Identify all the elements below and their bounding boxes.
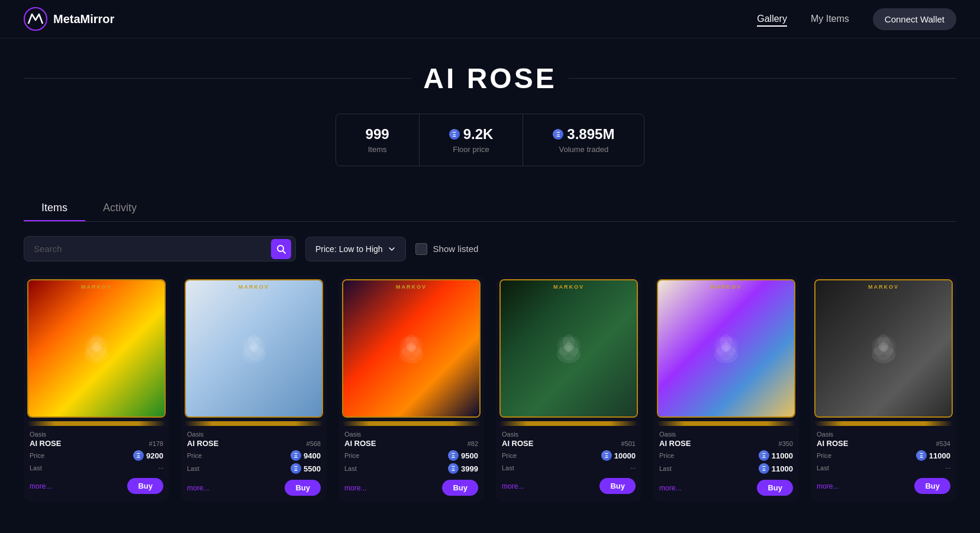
card-info: Oasis AI ROSE #534 Price Ξ11000 Last -- bbox=[811, 426, 956, 474]
nav-gallery[interactable]: Gallery bbox=[757, 14, 787, 24]
stat-floor-price: Ξ 9.2K Floor price bbox=[420, 114, 524, 166]
buy-button[interactable]: Buy bbox=[599, 478, 636, 494]
buy-button[interactable]: Buy bbox=[127, 478, 163, 494]
card-last-row: Last Ξ3999 bbox=[344, 463, 478, 474]
show-listed-area: Show listed bbox=[415, 243, 479, 255]
last-label: Last bbox=[502, 464, 514, 471]
svg-point-32 bbox=[721, 343, 731, 352]
eth-icon-volume: Ξ bbox=[553, 129, 563, 140]
stats-row: 999 Items Ξ 9.2K Floor price Ξ 3.895M Vo… bbox=[336, 114, 645, 166]
card-collection: Oasis bbox=[344, 431, 478, 438]
card-actions: more... Buy bbox=[496, 474, 641, 500]
buy-button[interactable]: Buy bbox=[442, 480, 478, 496]
svg-point-26 bbox=[564, 343, 573, 352]
sort-dropdown[interactable]: Price: Low to High bbox=[305, 237, 406, 261]
eth-icon-last: Ξ bbox=[291, 463, 301, 474]
card-title-row: AI ROSE #82 bbox=[344, 439, 478, 448]
card-price-row: Price Ξ10000 bbox=[502, 450, 636, 461]
card-id: #82 bbox=[468, 440, 478, 447]
card-name: AI ROSE bbox=[30, 439, 61, 448]
card-name: AI ROSE bbox=[659, 439, 691, 448]
hero-divider-row: AI ROSE bbox=[24, 62, 956, 95]
card-actions: more... Buy bbox=[181, 476, 327, 502]
nav-my-items[interactable]: My Items bbox=[811, 14, 849, 24]
eth-icon-price: Ξ bbox=[601, 450, 612, 461]
show-listed-toggle[interactable] bbox=[415, 243, 427, 255]
price-label: Price bbox=[817, 452, 831, 459]
search-input[interactable] bbox=[24, 236, 296, 261]
card-price-row: Price Ξ11000 bbox=[659, 450, 793, 461]
rose-svg bbox=[73, 325, 120, 372]
last-value: Ξ3999 bbox=[448, 463, 478, 474]
price-label: Price bbox=[659, 452, 674, 459]
price-value: Ξ9200 bbox=[133, 450, 163, 461]
eth-icon-price: Ξ bbox=[133, 450, 144, 461]
card-item[interactable]: Oasis AI ROSE #534 Price Ξ11000 Last -- … bbox=[811, 276, 956, 502]
card-last-row: Last -- bbox=[817, 463, 950, 472]
more-link[interactable]: more... bbox=[502, 482, 524, 490]
card-image-wrapper bbox=[27, 279, 166, 418]
search-button[interactable] bbox=[271, 239, 291, 259]
card-bottom-notch bbox=[27, 421, 166, 426]
eth-icon-floor: Ξ bbox=[449, 129, 460, 140]
eth-icon-price: Ξ bbox=[448, 450, 459, 461]
price-label: Price bbox=[502, 452, 517, 459]
connect-wallet-button[interactable]: Connect Wallet bbox=[873, 8, 956, 30]
buy-button[interactable]: Buy bbox=[914, 478, 950, 494]
rose-svg bbox=[860, 325, 907, 372]
card-actions: more... Buy bbox=[811, 474, 956, 500]
price-value: Ξ11000 bbox=[759, 450, 793, 461]
rose-svg bbox=[388, 325, 435, 372]
more-link[interactable]: more... bbox=[817, 482, 839, 490]
logo-icon bbox=[24, 7, 47, 31]
card-title-row: AI ROSE #568 bbox=[187, 439, 321, 448]
card-item[interactable]: Oasis AI ROSE #178 Price Ξ9200 Last -- m… bbox=[24, 276, 169, 502]
stat-items-value: 999 bbox=[366, 126, 389, 143]
card-item[interactable]: Oasis AI ROSE #501 Price Ξ10000 Last -- … bbox=[496, 276, 641, 502]
card-actions: more... Buy bbox=[24, 474, 169, 500]
more-link[interactable]: more... bbox=[344, 484, 366, 492]
card-item[interactable]: Oasis AI ROSE #350 Price Ξ11000 Last Ξ11… bbox=[653, 276, 799, 502]
card-last-row: Last Ξ5500 bbox=[187, 463, 321, 474]
card-price-row: Price Ξ9200 bbox=[30, 450, 163, 461]
card-image bbox=[658, 280, 794, 416]
last-value: Ξ11000 bbox=[759, 463, 793, 474]
search-container bbox=[24, 236, 296, 261]
stat-volume: Ξ 3.895M Volume traded bbox=[523, 114, 644, 166]
card-info: Oasis AI ROSE #82 Price Ξ9500 Last Ξ3999 bbox=[339, 426, 484, 476]
tab-activity[interactable]: Activity bbox=[85, 196, 154, 221]
more-link[interactable]: more... bbox=[30, 482, 51, 490]
more-link[interactable]: more... bbox=[187, 484, 209, 492]
stat-items-label: Items bbox=[366, 145, 389, 154]
buy-button[interactable]: Buy bbox=[285, 480, 321, 496]
stat-items: 999 Items bbox=[336, 114, 420, 166]
eth-icon-last: Ξ bbox=[759, 463, 769, 474]
card-name: AI ROSE bbox=[344, 439, 376, 448]
price-label: Price bbox=[187, 452, 202, 459]
buy-button[interactable]: Buy bbox=[757, 480, 793, 496]
more-link[interactable]: more... bbox=[659, 484, 681, 492]
card-item[interactable]: Oasis AI ROSE #568 Price Ξ9400 Last Ξ550… bbox=[181, 276, 327, 502]
last-value: Ξ5500 bbox=[291, 463, 321, 474]
card-price-row: Price Ξ9400 bbox=[187, 450, 321, 461]
eth-icon-price: Ξ bbox=[759, 450, 769, 461]
card-title-row: AI ROSE #350 bbox=[659, 439, 793, 448]
card-id: #534 bbox=[936, 440, 950, 447]
last-label: Last bbox=[30, 464, 42, 471]
tab-items[interactable]: Items bbox=[24, 196, 85, 221]
card-title-row: AI ROSE #178 bbox=[30, 439, 163, 448]
last-label: Last bbox=[344, 465, 357, 472]
card-last-row: Last -- bbox=[30, 463, 163, 472]
card-item[interactable]: Oasis AI ROSE #82 Price Ξ9500 Last Ξ3999… bbox=[339, 276, 484, 502]
card-image bbox=[815, 280, 952, 416]
last-label: Last bbox=[817, 464, 829, 471]
card-id: #350 bbox=[779, 440, 793, 447]
stat-volume-label: Volume traded bbox=[553, 145, 614, 154]
card-image bbox=[186, 280, 322, 416]
last-label: Last bbox=[659, 465, 672, 472]
card-id: #568 bbox=[307, 440, 321, 447]
card-image-wrapper bbox=[657, 279, 795, 418]
card-price-row: Price Ξ11000 bbox=[817, 450, 950, 461]
chevron-down-icon bbox=[388, 245, 396, 253]
card-bottom-notch bbox=[185, 421, 323, 426]
